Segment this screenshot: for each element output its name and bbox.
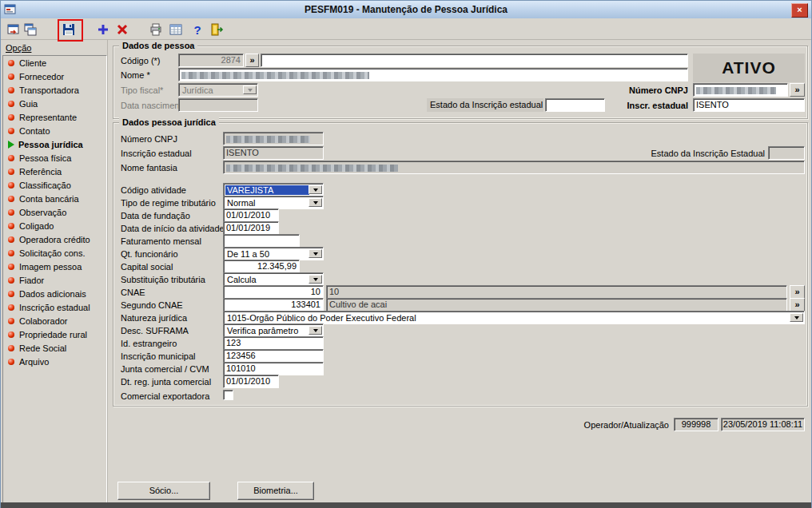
numero-cnpj-field[interactable] — [693, 83, 788, 97]
tipo-fiscal-combo: Jurídica — [178, 83, 258, 97]
sidebar-item-colaborador[interactable]: Colaborador — [3, 314, 106, 327]
suframa-combo[interactable]: Verifica parâmetro — [223, 323, 324, 337]
sidebar-item-operadora-credito[interactable]: Operadora crédito — [3, 232, 106, 246]
windows-icon[interactable] — [22, 22, 38, 38]
grid-icon[interactable] — [168, 22, 184, 38]
cnae-field[interactable]: 10 — [223, 285, 324, 299]
sidebar-item-imagem-pessoa[interactable]: Imagem pessoa — [3, 260, 106, 273]
bullet-icon — [8, 304, 14, 311]
sidebar-item-label: Arquivo — [19, 357, 49, 367]
chevron-down-icon[interactable] — [790, 313, 803, 322]
faturamento-field[interactable] — [223, 234, 300, 248]
sidebar-item-solicitacao-cons[interactable]: Solicitação cons. — [3, 246, 106, 260]
redacted-value — [226, 165, 398, 172]
delete-icon[interactable] — [114, 22, 130, 38]
group-title-dados-pessoa: Dados de pessoa — [119, 41, 197, 50]
sidebar-item-label: Referência — [19, 167, 62, 177]
sidebar-item-transportadora[interactable]: Transportadora — [3, 83, 106, 97]
sidebar-item-propriedade-rural[interactable]: Propriedade rural — [3, 327, 106, 341]
sidebar-item-coligado[interactable]: Coligado — [3, 219, 106, 232]
sidebar-item-observacao[interactable]: Observação — [3, 205, 106, 219]
dt-reg-junta-field[interactable]: 01/01/2010 — [223, 375, 279, 388]
selected-arrow-icon — [8, 141, 14, 149]
segundo-cnae-field[interactable]: 133401 — [223, 298, 324, 312]
inscricao-municipal-field[interactable]: 123456 — [223, 349, 324, 363]
redacted-value — [696, 87, 776, 94]
chevron-down-icon[interactable] — [308, 326, 322, 335]
data-nascimento-label: Data nascimento — [121, 101, 187, 110]
dt-reg-junta-label: Dt. reg. junta comercial — [121, 377, 211, 387]
bullet-icon — [8, 223, 14, 229]
codigo-atividade-label: Código atividade — [121, 185, 186, 195]
chevron-down-icon[interactable] — [308, 198, 322, 207]
cnae-lookup-button[interactable]: » — [790, 285, 805, 299]
chevron-down-icon[interactable] — [308, 185, 322, 194]
sidebar-item-label: Fornecedor — [19, 72, 64, 81]
sidebar-item-rede-social[interactable]: Rede Social — [3, 341, 106, 355]
inicio-atividade-field[interactable]: 01/01/2019 — [223, 221, 279, 235]
sidebar-item-label: Classificação — [19, 181, 71, 190]
form-icon[interactable] — [6, 22, 22, 38]
natureza-label: Natureza jurídica — [121, 313, 187, 323]
save-icon[interactable] — [61, 22, 77, 38]
fundacao-field[interactable]: 01/01/2010 — [223, 208, 279, 222]
chevron-down-icon[interactable] — [308, 249, 322, 258]
sidebar-item-label: Propriedade rural — [19, 330, 87, 339]
bullet-icon — [8, 114, 14, 121]
window-bottom-edge — [1, 502, 811, 508]
bullet-icon — [8, 155, 14, 161]
sidebar-item-label: Coligado — [19, 221, 54, 231]
codigo-atividade-combo[interactable]: VAREJISTA — [223, 183, 324, 196]
sidebar-item-dados-adicionais[interactable]: Dados adicionais — [3, 287, 106, 300]
sidebar-item-guia[interactable]: Guia — [3, 97, 106, 110]
sidebar-item-label: Representante — [19, 113, 77, 122]
sidebar-item-pessoa-juridica[interactable]: Pessoa jurídica — [3, 137, 106, 151]
bullet-icon — [8, 87, 14, 93]
chevron-down-icon[interactable] — [308, 275, 322, 284]
id-estrangeiro-field[interactable]: 123 — [223, 336, 324, 350]
print-icon[interactable] — [148, 22, 164, 38]
junta-label: Junta comercial / CVM — [121, 364, 209, 374]
bullet-icon — [8, 291, 14, 297]
nome-field[interactable] — [178, 68, 688, 81]
sidebar-item-contato[interactable]: Contato — [3, 124, 106, 137]
segundo-cnae-lookup-button[interactable]: » — [790, 298, 805, 312]
toolbar: ? — [1, 18, 811, 40]
sidebar-item-conta-bancaria[interactable]: Conta bancária — [3, 192, 106, 205]
inscr-estadual-field[interactable]: ISENTO — [693, 98, 805, 112]
sidebar-item-label: Solicitação cons. — [19, 248, 86, 258]
regime-combo[interactable]: Normal — [223, 196, 324, 209]
sidebar-item-fornecedor[interactable]: Fornecedor — [3, 69, 106, 83]
sidebar-item-cliente[interactable]: Cliente — [3, 56, 106, 69]
sidebar-item-label: Observação — [19, 208, 66, 217]
qt-funcionario-combo[interactable]: De 11 a 50 — [223, 247, 324, 260]
sidebar-item-referencia[interactable]: Referência — [3, 165, 106, 178]
pj-inscricao-estadual-field: ISENTO — [223, 146, 324, 160]
sidebar-item-pessoa-fisica[interactable]: Pessoa física — [3, 151, 106, 165]
sidebar-item-fiador[interactable]: Fiador — [3, 273, 106, 287]
capital-social-field[interactable]: 12.345,99 — [223, 260, 300, 273]
sidebar-item-classificacao[interactable]: Classificação — [3, 178, 106, 192]
substituicao-combo[interactable]: Calcula — [223, 272, 324, 286]
qt-funcionario-label: Qt. funcionário — [121, 249, 178, 259]
redacted-value — [226, 136, 310, 143]
natureza-combo[interactable]: 1015-Orgão Público do Poder Executivo Fe… — [223, 311, 805, 324]
sidebar-item-arquivo[interactable]: Arquivo — [3, 355, 106, 368]
socio-button[interactable]: Sócio... — [117, 482, 210, 500]
pj-inscricao-estadual-label: Inscrição estadual — [121, 149, 192, 158]
help-icon[interactable]: ? — [189, 22, 205, 38]
cnpj-lookup-button[interactable]: » — [790, 83, 805, 97]
sidebar-item-label: Colaborador — [19, 316, 68, 326]
exportadora-checkbox[interactable] — [223, 390, 233, 400]
add-icon[interactable] — [95, 22, 111, 38]
bullet-icon — [8, 169, 14, 175]
close-button[interactable]: × — [791, 3, 808, 18]
codigo-desc-field[interactable] — [261, 54, 688, 67]
sidebar-item-representante[interactable]: Representante — [3, 110, 106, 124]
exit-icon[interactable] — [209, 22, 225, 38]
sidebar-item-inscricao-estadual[interactable]: Inscrição estadual — [3, 300, 106, 314]
codigo-lookup-button[interactable]: » — [245, 54, 259, 67]
biometria-button[interactable]: Biometria... — [237, 482, 314, 500]
junta-field[interactable]: 101010 — [223, 362, 324, 375]
bullet-icon — [8, 359, 14, 365]
